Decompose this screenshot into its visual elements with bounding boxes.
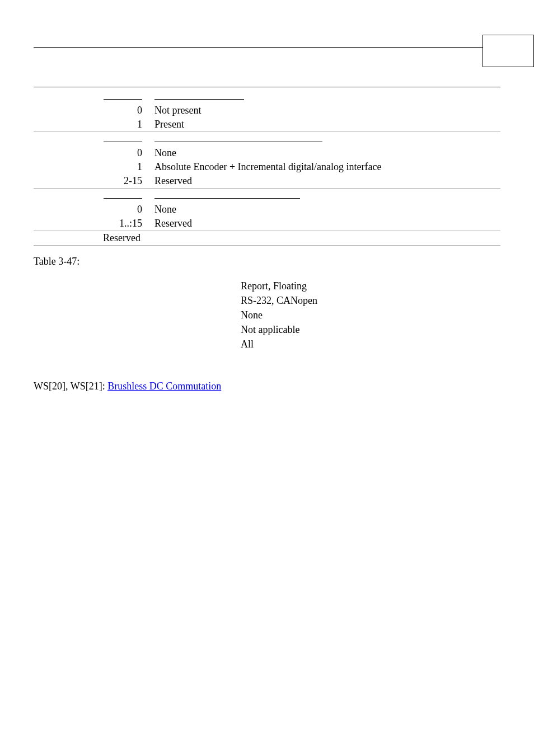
cell-desc: Reserved bbox=[150, 174, 500, 189]
cell-value bbox=[104, 99, 142, 100]
cell-value: 1 bbox=[99, 118, 150, 132]
cell-value: 0 bbox=[99, 146, 150, 160]
table-row: 1..:15 Reserved bbox=[34, 217, 500, 231]
prop-line: Not applicable bbox=[241, 322, 500, 337]
header-divider bbox=[34, 47, 500, 48]
table-row bbox=[34, 189, 500, 203]
cell-value: 1..:15 bbox=[99, 217, 150, 231]
bits-table: 0 Not present 1 Present 0 None 1 bbox=[34, 87, 500, 246]
prop-line: All bbox=[241, 337, 500, 351]
cell-desc: Reserved bbox=[150, 217, 500, 231]
cell-desc bbox=[154, 198, 300, 199]
prop-line: RS-232, CANopen bbox=[241, 293, 500, 308]
table-row: 2-15 Reserved bbox=[34, 174, 500, 189]
table-row: 1 Absolute Encoder + Incremental digital… bbox=[34, 160, 500, 174]
table-caption: Table 3-47: bbox=[34, 256, 500, 267]
see-also-prefix: WS[20], WS[21]: bbox=[34, 381, 107, 392]
header-box bbox=[483, 35, 534, 67]
prop-line: None bbox=[241, 308, 500, 322]
properties-block: Report, Floating RS-232, CANopen None No… bbox=[241, 279, 500, 351]
table-row: 1 Present bbox=[34, 118, 500, 132]
cell-value: 2-15 bbox=[99, 174, 150, 189]
see-also: WS[20], WS[21]: Brushless DC Commutation bbox=[34, 381, 500, 392]
cell-desc: None bbox=[150, 146, 500, 160]
table-row: Reserved bbox=[34, 231, 500, 246]
cell-value bbox=[104, 142, 142, 142]
cell-desc: Absolute Encoder + Incremental digital/a… bbox=[150, 160, 500, 174]
prop-line: Report, Floating bbox=[241, 279, 500, 293]
see-also-link[interactable]: Brushless DC Commutation bbox=[107, 381, 221, 392]
cell-value: 1 bbox=[99, 160, 150, 174]
cell-desc bbox=[154, 99, 244, 100]
table-row bbox=[34, 90, 500, 104]
cell-desc bbox=[154, 142, 322, 142]
table-row: 0 None bbox=[34, 146, 500, 160]
cell-value: 0 bbox=[99, 104, 150, 118]
table-row bbox=[34, 132, 500, 147]
cell-value: 0 bbox=[99, 203, 150, 217]
table-row: 0 None bbox=[34, 203, 500, 217]
cell-value bbox=[104, 198, 142, 199]
table-row: 0 Not present bbox=[34, 104, 500, 118]
cell-desc: Present bbox=[150, 118, 500, 132]
cell-desc: Not present bbox=[150, 104, 500, 118]
cell-desc: Reserved bbox=[99, 231, 150, 246]
cell-desc: None bbox=[150, 203, 500, 217]
